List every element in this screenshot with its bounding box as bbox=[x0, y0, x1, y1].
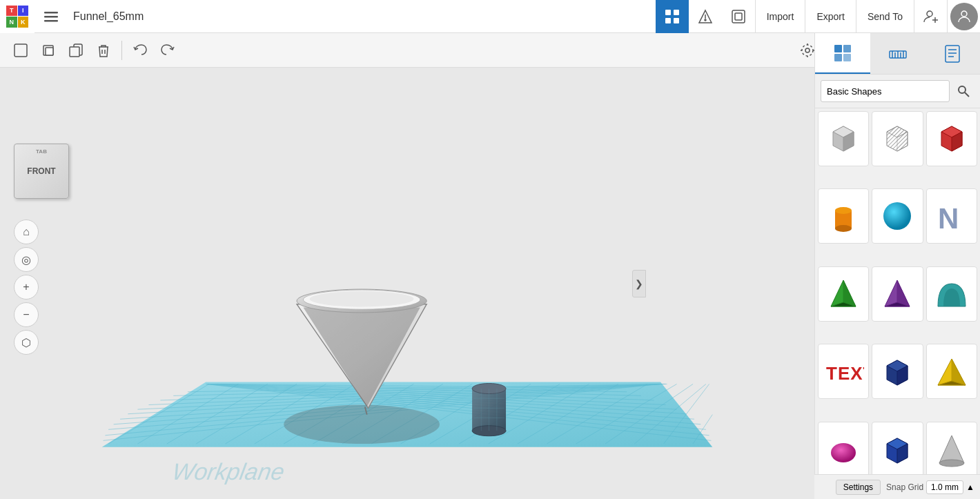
svg-point-130 bbox=[835, 207, 852, 214]
svg-rect-11 bbox=[735, 13, 742, 20]
svg-rect-103 bbox=[834, 45, 842, 52]
bottom-bar: Settings Snap Grid 1.0 mm ▲ bbox=[814, 474, 980, 499]
panel-collapse-btn[interactable]: ❯ bbox=[632, 270, 646, 297]
svg-point-12 bbox=[927, 11, 932, 17]
shape-pyramid-purple[interactable] bbox=[872, 266, 923, 322]
svg-rect-113 bbox=[945, 46, 959, 62]
search-btn[interactable] bbox=[952, 80, 974, 102]
svg-rect-19 bbox=[70, 47, 79, 57]
svg-point-131 bbox=[835, 225, 852, 232]
svg-rect-16 bbox=[14, 44, 27, 57]
svg-point-91 bbox=[310, 291, 414, 307]
shape-pyramid-green[interactable] bbox=[818, 266, 869, 322]
shape-arch-teal[interactable] bbox=[926, 266, 977, 322]
profile-btn[interactable] bbox=[947, 0, 980, 33]
snap-grid-label: Snap Grid bbox=[886, 482, 923, 492]
shape-gem-pink[interactable] bbox=[818, 422, 869, 477]
svg-rect-4 bbox=[674, 10, 679, 15]
svg-point-147 bbox=[831, 443, 856, 462]
undo-btn[interactable] bbox=[128, 38, 153, 63]
hamburger-menu[interactable] bbox=[35, 0, 68, 33]
toolbar-sep-1 bbox=[121, 41, 122, 60]
shape-cone-grey[interactable] bbox=[926, 422, 977, 477]
shape-text-n[interactable]: N bbox=[926, 188, 977, 244]
snap-grid: Snap Grid 1.0 mm ▲ bbox=[886, 480, 974, 494]
right-panel: Basic Shapes Text & Numbers Connectors bbox=[814, 33, 980, 499]
svg-marker-151 bbox=[939, 436, 964, 463]
shape-cylinder-orange[interactable] bbox=[818, 188, 869, 244]
logo-i: I bbox=[18, 6, 29, 17]
tab-ruler[interactable] bbox=[870, 33, 925, 74]
tab-notes[interactable] bbox=[925, 33, 980, 74]
duplicate-btn[interactable] bbox=[63, 38, 88, 63]
svg-rect-18 bbox=[46, 48, 53, 55]
svg-marker-145 bbox=[952, 359, 966, 385]
shape-text[interactable]: TEXT bbox=[818, 344, 869, 399]
svg-point-15 bbox=[961, 11, 967, 17]
svg-rect-6 bbox=[674, 18, 679, 23]
logo-t: T bbox=[6, 6, 17, 17]
logo-k: K bbox=[18, 17, 29, 28]
snap-up-arrow[interactable]: ▲ bbox=[966, 482, 974, 492]
send-to-btn[interactable]: Send To bbox=[856, 0, 914, 33]
snap-grid-value: 1.0 mm bbox=[926, 480, 963, 494]
grid-view-btn[interactable] bbox=[656, 0, 689, 33]
panel-dropdown: Basic Shapes Text & Numbers Connectors bbox=[815, 75, 980, 108]
svg-point-152 bbox=[939, 460, 964, 467]
category-select[interactable]: Basic Shapes Text & Numbers Connectors bbox=[821, 80, 950, 102]
svg-text:Workplane: Workplane bbox=[170, 458, 287, 485]
shape-box-red[interactable] bbox=[926, 111, 977, 166]
topbar: T I N K Funnel_65mm bbox=[0, 0, 980, 33]
svg-line-118 bbox=[965, 92, 969, 97]
svg-point-22 bbox=[805, 48, 810, 52]
svg-rect-5 bbox=[665, 18, 671, 23]
svg-rect-104 bbox=[843, 45, 851, 52]
svg-rect-10 bbox=[732, 10, 745, 23]
add-user-btn[interactable] bbox=[914, 0, 947, 33]
viewport[interactable]: FRONT ⌂ ◎ + − ⬡ bbox=[0, 68, 814, 499]
svg-point-23 bbox=[802, 45, 813, 56]
circuit-view-btn[interactable] bbox=[722, 0, 755, 33]
build-view-btn[interactable] bbox=[689, 0, 722, 33]
svg-marker-138 bbox=[897, 280, 910, 306]
redo-btn[interactable] bbox=[155, 38, 180, 63]
svg-rect-2 bbox=[44, 20, 58, 22]
app-logo: T I N K bbox=[0, 0, 35, 33]
panel-tabs bbox=[815, 33, 980, 75]
svg-marker-135 bbox=[843, 280, 856, 306]
logo-n: N bbox=[6, 17, 17, 28]
svg-rect-106 bbox=[843, 54, 851, 61]
copy-btn[interactable] bbox=[36, 38, 61, 63]
svg-rect-1 bbox=[44, 16, 58, 18]
shape-box-grey[interactable] bbox=[818, 111, 869, 166]
new-shape-btn[interactable] bbox=[8, 38, 33, 63]
import-btn[interactable]: Import bbox=[755, 0, 805, 33]
shape-box-striped[interactable] bbox=[872, 111, 923, 166]
svg-point-132 bbox=[883, 202, 911, 230]
svg-point-9 bbox=[705, 19, 706, 21]
shape-box-dark-blue[interactable] bbox=[872, 422, 923, 477]
svg-text:N: N bbox=[938, 202, 959, 235]
svg-text:TEXT: TEXT bbox=[826, 363, 864, 384]
tab-shapes[interactable] bbox=[815, 33, 870, 74]
svg-rect-0 bbox=[44, 12, 58, 14]
shape-box-blue[interactable] bbox=[872, 344, 923, 399]
export-btn[interactable]: Export bbox=[805, 0, 855, 33]
delete-btn[interactable] bbox=[91, 38, 116, 63]
svg-point-117 bbox=[959, 86, 966, 93]
svg-rect-105 bbox=[834, 54, 842, 61]
shape-pyramid-yellow[interactable] bbox=[926, 344, 977, 399]
topbar-right: Import Export Send To bbox=[656, 0, 980, 32]
file-name: Funnel_65mm bbox=[73, 10, 144, 23]
svg-point-86 bbox=[284, 405, 440, 444]
shapes-grid: N bbox=[815, 108, 980, 499]
shape-sphere-teal[interactable] bbox=[872, 188, 923, 244]
svg-rect-3 bbox=[665, 10, 671, 15]
settings-btn[interactable]: Settings bbox=[836, 480, 881, 495]
